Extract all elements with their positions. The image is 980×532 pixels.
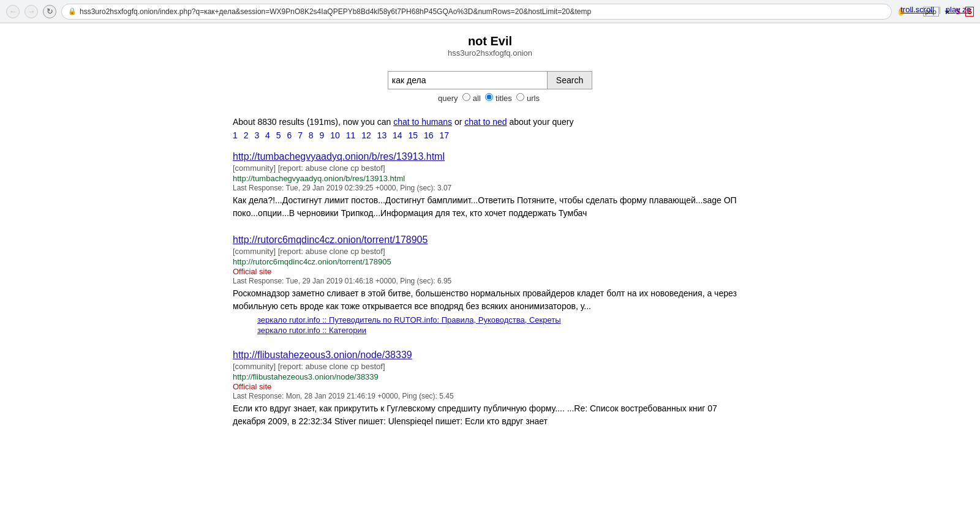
page-9[interactable]: 9 xyxy=(320,130,325,140)
page-10[interactable]: 10 xyxy=(330,130,340,140)
url-text: hss3uro2hsxfogfq.onion/index.php?q=как+д… xyxy=(80,7,591,16)
results-summary-post: about your query xyxy=(507,117,574,127)
result-sub-links-1: зеркало rutor.info :: Путеводитель по RU… xyxy=(233,315,747,335)
result-title-0: http://tumbachegvyaadyq.onion/b/res/1391… xyxy=(233,151,747,162)
result-item: http://tumbachegvyaadyq.onion/b/res/1391… xyxy=(233,151,747,220)
page-4[interactable]: 4 xyxy=(265,130,270,140)
all-radio[interactable] xyxy=(462,93,470,101)
page-13[interactable]: 13 xyxy=(377,130,387,140)
result-url-2: http://flibustahezeous3.onion/node/38339 xyxy=(233,372,747,381)
titles-option-label[interactable]: titles xyxy=(485,94,514,103)
result-official-1: Official site xyxy=(233,267,747,276)
page-2[interactable]: 2 xyxy=(244,130,249,140)
search-section: Search query all titles urls xyxy=(0,71,980,103)
back-button[interactable]: ← xyxy=(6,5,20,18)
result-lastresponse-0: Last Response: Tue, 29 Jan 2019 02:39:25… xyxy=(233,184,747,192)
play-zo-link[interactable]: play zo xyxy=(946,5,971,14)
results-info: About 8830 results (191ms), now you can … xyxy=(233,117,747,127)
chat-humans-link[interactable]: chat to humans xyxy=(393,117,452,127)
page-6[interactable]: 6 xyxy=(287,130,292,140)
results-middle-text: or xyxy=(452,117,464,127)
all-option-label[interactable]: all xyxy=(462,94,483,103)
page-3[interactable]: 3 xyxy=(254,130,259,140)
lock-icon: 🔒 xyxy=(68,7,77,15)
result-lastresponse-1: Last Response: Tue, 29 Jan 2019 01:46:18… xyxy=(233,277,747,285)
site-header: not Evil hss3uro2hsxfogfq.onion xyxy=(0,23,980,64)
chat-ned-link[interactable]: chat to ned xyxy=(464,117,507,127)
top-right-links: troll scroll | play zo xyxy=(900,5,971,14)
result-item: http://flibustahezeous3.onion/node/38339… xyxy=(233,350,747,428)
result-item: http://rutorc6mqdinc4cz.onion/torrent/17… xyxy=(233,234,747,335)
search-button[interactable]: Search xyxy=(547,71,592,89)
page-17[interactable]: 17 xyxy=(439,130,449,140)
query-label: query xyxy=(438,94,458,103)
site-domain: hss3uro2hsxfogfq.onion xyxy=(0,48,980,58)
page-11[interactable]: 11 xyxy=(346,130,356,140)
page-16[interactable]: 16 xyxy=(424,130,434,140)
result-official-2: Official site xyxy=(233,382,747,391)
result-snippet-1: Роскомнадзор заметно сливает в этой битв… xyxy=(233,287,747,313)
result-sub-link-1-0[interactable]: зеркало rutor.info :: Путеводитель по RU… xyxy=(257,315,747,324)
page-12[interactable]: 12 xyxy=(361,130,371,140)
search-options: query all titles urls xyxy=(0,93,980,103)
results-summary-pre: About 8830 results (191ms), now you can xyxy=(233,117,393,127)
page-7[interactable]: 7 xyxy=(298,130,303,140)
separator: | xyxy=(939,5,941,14)
result-snippet-0: Как дела?!...Достигнут лимит постов...До… xyxy=(233,194,747,220)
result-meta-0: [community] [report: abuse clone cp best… xyxy=(233,163,747,173)
reload-button[interactable]: ↻ xyxy=(43,5,56,18)
result-url-1: http://rutorc6mqdinc4cz.onion/torrent/17… xyxy=(233,257,747,266)
search-form: Search xyxy=(388,71,592,89)
page-14[interactable]: 14 xyxy=(393,130,402,140)
result-title-link-0[interactable]: http://tumbachegvyaadyq.onion/b/res/1391… xyxy=(233,151,445,162)
search-input[interactable] xyxy=(388,71,547,89)
page-1[interactable]: 1 xyxy=(233,130,238,140)
results-section: About 8830 results (191ms), now you can … xyxy=(214,108,766,428)
result-meta-1: [community] [report: abuse clone cp best… xyxy=(233,247,747,256)
result-lastresponse-2: Last Response: Mon, 28 Jan 2019 21:46:19… xyxy=(233,392,747,400)
troll-scroll-link[interactable]: troll scroll xyxy=(900,5,934,14)
result-url-0: http://tumbachegvyaadyq.onion/b/res/1391… xyxy=(233,174,747,183)
result-title-link-1[interactable]: http://rutorc6mqdinc4cz.onion/torrent/17… xyxy=(233,234,428,245)
result-title-link-2[interactable]: http://flibustahezeous3.onion/node/38339 xyxy=(233,350,412,360)
result-snippet-2: Если кто вдруг знает, как прикрутить к Г… xyxy=(233,402,747,428)
pagination: 1 2 3 4 5 6 7 8 9 10 11 12 13 14 15 16 1… xyxy=(233,130,747,140)
page-5[interactable]: 5 xyxy=(276,130,281,140)
result-meta-2: [community] [report: abuse clone cp best… xyxy=(233,362,747,371)
url-bar[interactable]: 🔒 hss3uro2hsxfogfq.onion/index.php?q=как… xyxy=(61,4,892,20)
result-title-1: http://rutorc6mqdinc4cz.onion/torrent/17… xyxy=(233,234,747,245)
result-title-2: http://flibustahezeous3.onion/node/38339 xyxy=(233,350,747,361)
urls-option-label[interactable]: urls xyxy=(516,94,540,103)
result-sub-link-1-1[interactable]: зеркало rutor.info :: Категории xyxy=(257,326,747,335)
page-15[interactable]: 15 xyxy=(409,130,418,140)
titles-radio[interactable] xyxy=(485,93,493,101)
urls-radio[interactable] xyxy=(516,93,524,101)
site-title: not Evil xyxy=(0,34,980,48)
page-content: not Evil hss3uro2hsxfogfq.onion Search q… xyxy=(0,23,980,532)
forward-button[interactable]: → xyxy=(24,5,38,18)
page-8[interactable]: 8 xyxy=(309,130,314,140)
browser-chrome: ← → ↻ 🔒 hss3uro2hsxfogfq.onion/index.php… xyxy=(0,0,980,23)
